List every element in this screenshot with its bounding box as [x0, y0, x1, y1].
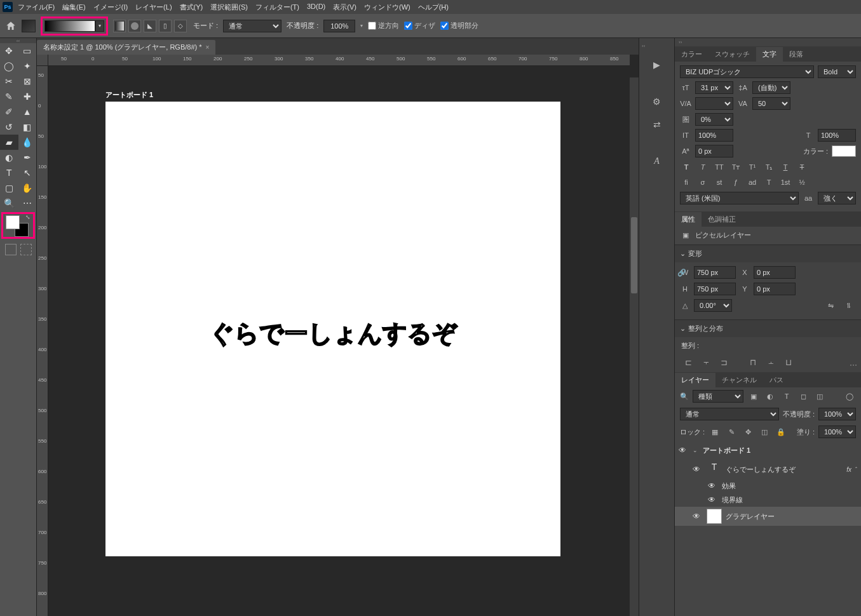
screen-mode-icon[interactable] [20, 244, 32, 255]
filter-adjust-icon[interactable]: ◐ [764, 391, 776, 402]
filter-kind-select[interactable]: 種類 [693, 390, 743, 403]
fractions-icon[interactable]: ½ [796, 177, 808, 188]
quick-mask-icon[interactable] [5, 244, 17, 255]
height-input[interactable] [694, 283, 736, 295]
filter-shape-icon[interactable]: ◻ [797, 391, 810, 402]
x-input[interactable] [754, 266, 796, 279]
gradient-radial-icon[interactable] [128, 20, 141, 32]
text-color-swatch[interactable] [832, 145, 856, 157]
lock-artboard-icon[interactable]: ◫ [758, 426, 771, 438]
healing-tool[interactable]: ✚ [18, 89, 37, 104]
adjustments-icon[interactable]: ⚙ [649, 95, 665, 109]
opacity-input[interactable] [323, 20, 355, 32]
scrollbar-vertical[interactable] [630, 77, 639, 616]
pen-tool[interactable]: ✒ [18, 150, 37, 165]
gradient-linear-icon[interactable] [113, 20, 126, 32]
angle-input[interactable]: 0.00° [694, 299, 732, 312]
tool-preset-swatch[interactable] [22, 20, 36, 32]
marquee-tool[interactable]: ▭ [18, 43, 37, 58]
italic-icon[interactable]: T [696, 161, 709, 173]
transform-section-title[interactable]: ⌄変形 [675, 245, 861, 262]
menu-item[interactable]: レイヤー(L) [132, 1, 175, 13]
play-icon[interactable]: ▶ [649, 58, 665, 72]
foreground-color[interactable] [6, 215, 20, 229]
tab-channels[interactable]: チャンネル [715, 373, 763, 387]
align-top-icon[interactable]: ⊓ [746, 356, 760, 368]
gradient-diamond-icon[interactable]: ◇ [174, 20, 187, 32]
align-left-icon[interactable]: ⊏ [681, 356, 695, 368]
tab-swatches[interactable]: スウォッチ [708, 47, 756, 62]
kerning-input[interactable] [695, 97, 733, 110]
ruler-horizontal[interactable]: 5005010015020025030035040045050055060065… [48, 55, 630, 66]
dock-collapse[interactable]: ‹‹ [642, 43, 645, 49]
opacity-dropdown-icon[interactable]: ▾ [360, 23, 363, 29]
menu-item[interactable]: 表示(V) [329, 1, 360, 13]
underline-icon[interactable]: T [779, 161, 792, 173]
magic-wand-tool[interactable]: ✦ [18, 58, 37, 74]
foreground-background-colors[interactable]: ⤡ [3, 214, 33, 237]
menu-item[interactable]: 編集(E) [58, 1, 90, 13]
subscript-icon[interactable]: T₁ [763, 161, 775, 173]
artboard-label[interactable]: アートボード 1 [105, 90, 153, 100]
tab-layers[interactable]: レイヤー [675, 373, 715, 387]
lock-position-icon[interactable]: ✥ [742, 426, 754, 438]
filter-pixel-icon[interactable]: ▣ [747, 391, 760, 402]
language-select[interactable]: 英語 (米国) [680, 192, 799, 204]
type-tool[interactable]: T [0, 165, 18, 180]
clone-tool[interactable]: ▲ [18, 104, 37, 119]
bold-icon[interactable]: T [680, 161, 693, 173]
visibility-icon[interactable]: 👁 [679, 446, 689, 455]
gradient-picker[interactable] [44, 20, 95, 32]
gradient-reflected-icon[interactable]: ▯ [159, 20, 172, 32]
eraser-tool[interactable]: ◧ [18, 119, 37, 135]
filter-toggle[interactable]: ◯ [843, 391, 856, 402]
document-tab[interactable]: 名称未設定 1 @ 100% (グラデレイヤー, RGB/8#) * × [37, 40, 215, 55]
layer-effect-stroke[interactable]: 👁 境界線 [675, 493, 861, 507]
discretionary-icon[interactable]: st [713, 177, 726, 188]
canvas[interactable]: アートボード 1 ぐらでーしょんするぞ [48, 66, 639, 616]
tab-properties[interactable]: 属性 [675, 212, 702, 227]
visibility-icon[interactable]: 👁 [693, 465, 703, 474]
align-more-icon[interactable]: ⋯ [850, 361, 857, 370]
align-vcenter-icon[interactable]: ⫠ [764, 356, 778, 368]
tab-color[interactable]: カラー [675, 47, 708, 62]
ruler-vertical[interactable]: 5005010015020025030035040045050055060065… [37, 66, 48, 616]
filter-type-icon[interactable]: T [780, 391, 793, 402]
leading-input[interactable]: (自動) [752, 81, 790, 94]
allcaps-icon[interactable]: TT [713, 161, 726, 173]
path-select-tool[interactable]: ↖ [18, 165, 37, 180]
superscript-icon[interactable]: T¹ [746, 161, 759, 173]
titling-icon[interactable]: T [763, 177, 775, 188]
layer-effects[interactable]: 👁 効果 [675, 479, 861, 493]
chevron-icon[interactable]: ˆ [855, 466, 857, 472]
ruler-origin[interactable] [37, 55, 48, 66]
font-size-input[interactable]: 31 px [695, 81, 733, 94]
crop-tool[interactable]: ✂ [0, 74, 18, 89]
tab-character[interactable]: 文字 [756, 47, 783, 62]
history-brush-tool[interactable]: ↺ [0, 119, 18, 135]
align-section-title[interactable]: ⌄整列と分布 [675, 320, 861, 337]
visibility-icon[interactable]: 👁 [693, 512, 703, 521]
vscale-input[interactable] [695, 129, 733, 142]
lasso-tool[interactable]: ◯ [0, 58, 18, 74]
flip-h-icon[interactable]: ⇋ [824, 300, 837, 311]
visibility-icon[interactable]: 👁 [708, 481, 718, 490]
close-icon[interactable]: × [206, 44, 210, 51]
eyedropper-tool[interactable]: ✎ [0, 89, 18, 104]
align-bottom-icon[interactable]: ⊔ [782, 356, 796, 368]
shape-tool[interactable]: ▢ [0, 180, 18, 196]
link-icon[interactable]: 🔗 [677, 269, 686, 276]
dodge-tool[interactable]: ◐ [0, 150, 18, 165]
filter-smart-icon[interactable]: ◫ [813, 391, 826, 402]
contextual-icon[interactable]: σ [696, 177, 709, 188]
width-input[interactable] [694, 266, 736, 279]
layer-opacity-input[interactable]: 100% [818, 408, 856, 420]
align-right-icon[interactable]: ⊐ [717, 356, 731, 368]
panels-collapse[interactable]: ›› [675, 38, 861, 46]
chevron-down-icon[interactable]: ⌄ [693, 447, 699, 453]
blur-tool[interactable]: 💧 [18, 135, 37, 150]
lock-pixels-icon[interactable]: ✎ [725, 426, 738, 438]
ordinals-icon[interactable]: 1st [779, 177, 792, 188]
menu-item[interactable]: 選択範囲(S) [207, 1, 252, 13]
blend-mode-select[interactable]: 通常 [223, 20, 281, 32]
